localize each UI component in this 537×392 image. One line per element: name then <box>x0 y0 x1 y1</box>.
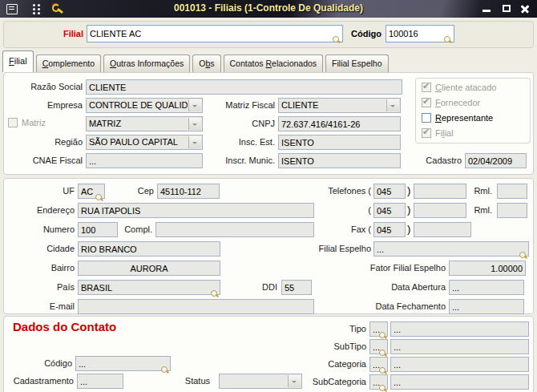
matriz-fiscal-value: CLIENTE <box>281 99 386 111</box>
subtipo-lookup-icon[interactable] <box>379 350 387 358</box>
matriz-checkbox <box>8 118 18 127</box>
subcategoria-lookup-icon[interactable] <box>379 385 387 392</box>
fator-filial-espelho-label: Fator Filial Espelho <box>337 261 446 276</box>
tab-obs[interactable]: Obs <box>192 55 220 72</box>
fax-label: Fax ( <box>321 222 371 237</box>
titlebar: 001013 - Filiais (1-Controle De Qualidad… <box>0 0 537 18</box>
cadastro-label: Cadastro <box>401 153 462 168</box>
filial-field[interactable] <box>87 25 343 42</box>
chevron-down-icon[interactable] <box>386 99 399 111</box>
representante-checkbox[interactable] <box>422 113 431 123</box>
telefone2-field[interactable] <box>414 203 466 218</box>
cadastro-field[interactable] <box>465 153 527 168</box>
fax-field[interactable] <box>414 222 471 237</box>
pais-field[interactable] <box>78 280 220 295</box>
tipo-lookup-icon[interactable] <box>379 332 387 340</box>
fax-ddd-field[interactable] <box>373 222 406 237</box>
regiao-label: Região <box>6 135 83 150</box>
compl-field[interactable] <box>155 222 314 237</box>
chevron-down-icon[interactable] <box>188 136 201 148</box>
paren-close: ) <box>407 222 410 237</box>
pais-label: País <box>3 280 75 295</box>
matriz-checkbox-label: Matriz <box>22 117 46 129</box>
cnae-field[interactable] <box>86 153 203 168</box>
cep-field[interactable] <box>157 184 220 199</box>
empresa-value: CONTROLE DE QUALIDADE <box>89 99 188 111</box>
cnpj-label: CNPJ <box>202 116 275 131</box>
rml2-field[interactable] <box>497 203 527 218</box>
representante-label: Representante <box>435 112 493 124</box>
pais-lookup-icon[interactable] <box>211 290 219 298</box>
tab-filial[interactable]: Filial <box>2 51 34 72</box>
filial-lookup-icon[interactable] <box>333 36 341 44</box>
ddi-field[interactable] <box>281 280 312 295</box>
data-fechamento-field[interactable] <box>449 299 524 314</box>
email-label: E-mail <box>3 299 75 314</box>
chevron-down-icon[interactable] <box>288 375 301 387</box>
tab-contatos-relacionados[interactable]: Contatos Relacionados <box>224 55 324 72</box>
subtipo-label: SubTipo <box>305 339 366 354</box>
minimize-button[interactable] <box>478 2 495 15</box>
fornecedor-label: Fornecedor <box>435 97 480 109</box>
rml1-field[interactable] <box>497 184 527 199</box>
inscr-munic-field[interactable] <box>278 153 401 168</box>
maximize-button[interactable] <box>498 2 515 15</box>
regiao-dropdown[interactable]: SÃO PAULO CAPITAL <box>86 135 203 150</box>
cep-label: Cep <box>112 184 154 199</box>
tab-outras-informacoes[interactable]: Outras Informações <box>103 55 190 72</box>
cidade-field[interactable] <box>78 241 220 257</box>
empresa-dropdown[interactable]: CONTROLE DE QUALIDADE <box>86 98 203 113</box>
close-button[interactable] <box>516 2 534 15</box>
chevron-down-icon[interactable] <box>188 118 201 130</box>
codigo-lookup-icon[interactable] <box>444 36 452 44</box>
contato-codigo-label: Código <box>16 356 72 371</box>
telefone1-ddd-field[interactable] <box>373 184 406 199</box>
tab-complemento[interactable]: Complemento <box>36 55 101 72</box>
matriz-dropdown[interactable]: MATRIZ <box>86 116 203 131</box>
categoria-lookup-icon[interactable] <box>379 367 387 375</box>
fator-filial-espelho-field[interactable] <box>449 261 526 276</box>
telefone1-field[interactable] <box>414 184 466 199</box>
contato-codigo-field[interactable] <box>75 356 171 371</box>
data-abertura-field[interactable] <box>449 280 524 295</box>
tipo-desc-field[interactable] <box>390 321 529 337</box>
dados-do-contato-heading: Dados do Contato <box>13 320 116 333</box>
tipo-label: Tipo <box>305 321 366 337</box>
endereco-field[interactable] <box>78 203 314 218</box>
rml2-label: Rml. <box>471 203 492 218</box>
tab-filial-espelho[interactable]: Filial Espelho <box>325 55 388 72</box>
subcategoria-label: SubCategoria <box>305 374 366 390</box>
cliente-atacado-checkbox <box>422 83 431 92</box>
numero-label: Numero <box>3 222 75 237</box>
subcategoria-desc-field[interactable] <box>390 374 529 390</box>
matriz-fiscal-label: Matriz Fiscal <box>202 98 275 113</box>
cnae-label: CNAE Fiscal <box>6 153 83 168</box>
insc-est-label: Insc. Est. <box>202 135 275 150</box>
uf-lookup-icon[interactable] <box>95 194 103 202</box>
status-dropdown[interactable] <box>219 374 302 389</box>
matriz-fiscal-dropdown[interactable]: CLIENTE <box>278 98 401 113</box>
razao-social-label: Razão Social <box>6 79 83 95</box>
cliente-atacado-label: Cliente atacado <box>435 82 496 94</box>
telefone2-ddd-field[interactable] <box>373 203 406 218</box>
endereco-label: Endereço <box>3 203 75 218</box>
cadastramento-field[interactable] <box>77 374 123 389</box>
email-field[interactable] <box>78 299 314 314</box>
fornecedor-checkbox <box>422 98 431 107</box>
filial-checkbox-label: Filial <box>435 127 454 139</box>
razao-social-field[interactable] <box>86 79 402 95</box>
chevron-down-icon[interactable] <box>188 99 201 111</box>
ddi-label: DDI <box>248 280 277 295</box>
contato-codigo-lookup-icon[interactable] <box>161 366 169 374</box>
filial-espelho-field[interactable] <box>373 241 529 257</box>
subtipo-desc-field[interactable] <box>390 339 529 354</box>
filial-espelho-lookup-icon[interactable] <box>519 252 527 260</box>
cadastramento-label: Cadastramento <box>6 374 74 389</box>
numero-field[interactable] <box>78 222 118 237</box>
bairro-label: Bairro <box>3 261 75 276</box>
categoria-desc-field[interactable] <box>390 357 529 372</box>
uf-label: UF <box>3 184 75 199</box>
bairro-field[interactable] <box>78 261 220 276</box>
insc-est-field[interactable] <box>278 135 401 150</box>
cnpj-field[interactable] <box>278 116 401 131</box>
